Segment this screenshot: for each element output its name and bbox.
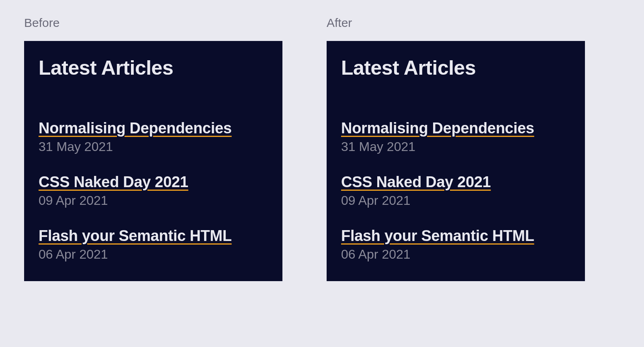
after-label: After xyxy=(327,16,585,30)
before-label: Before xyxy=(24,16,282,30)
article-date: 06 Apr 2021 xyxy=(39,247,268,262)
before-column: Before Latest Articles Normalising Depen… xyxy=(24,16,282,281)
article-date: 06 Apr 2021 xyxy=(341,247,570,262)
article-item: CSS Naked Day 2021 09 Apr 2021 xyxy=(341,174,570,208)
article-date: 31 May 2021 xyxy=(341,139,570,154)
article-date: 31 May 2021 xyxy=(39,139,268,154)
article-link[interactable]: Normalising Dependencies xyxy=(39,120,232,137)
article-item: Flash your Semantic HTML 06 Apr 2021 xyxy=(341,227,570,262)
article-item: Normalising Dependencies 31 May 2021 xyxy=(39,120,268,154)
article-link[interactable]: Flash your Semantic HTML xyxy=(341,227,534,244)
after-card-title: Latest Articles xyxy=(341,56,570,80)
article-item: CSS Naked Day 2021 09 Apr 2021 xyxy=(39,174,268,208)
article-link[interactable]: CSS Naked Day 2021 xyxy=(39,174,188,190)
article-link[interactable]: CSS Naked Day 2021 xyxy=(341,174,491,190)
article-date: 09 Apr 2021 xyxy=(341,193,570,208)
before-card-title: Latest Articles xyxy=(39,56,268,80)
article-date: 09 Apr 2021 xyxy=(39,193,268,208)
after-card: Latest Articles Normalising Dependencies… xyxy=(327,41,585,281)
article-item: Normalising Dependencies 31 May 2021 xyxy=(341,120,570,154)
article-item: Flash your Semantic HTML 06 Apr 2021 xyxy=(39,227,268,262)
before-card: Latest Articles Normalising Dependencies… xyxy=(24,41,282,281)
article-link[interactable]: Flash your Semantic HTML xyxy=(39,227,232,244)
article-link[interactable]: Normalising Dependencies xyxy=(341,120,534,137)
comparison-container: Before Latest Articles Normalising Depen… xyxy=(24,16,620,281)
after-column: After Latest Articles Normalising Depend… xyxy=(327,16,585,281)
